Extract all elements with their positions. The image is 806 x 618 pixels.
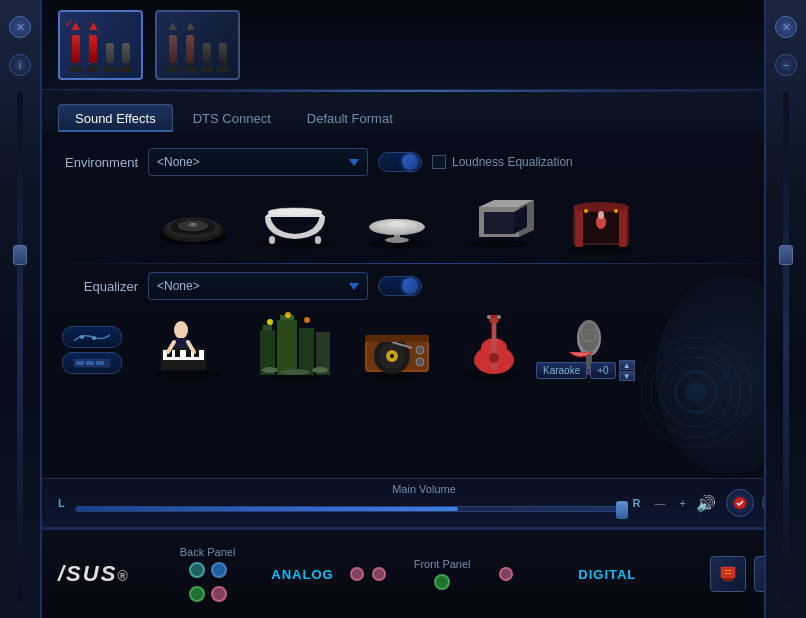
pin-4 <box>120 19 132 72</box>
section-divider <box>58 263 790 264</box>
effect-icon-room[interactable] <box>454 188 544 253</box>
right-minus-icon[interactable]: − <box>775 54 797 76</box>
svg-point-92 <box>489 353 499 363</box>
left-slider[interactable] <box>17 92 23 602</box>
karaoke-value: +0 <box>590 362 615 379</box>
karaoke-stepper[interactable]: ▲ ▼ <box>619 360 635 381</box>
environment-label: Environment <box>58 155 138 170</box>
connector-box-active[interactable]: ✓ ▲ ▲ <box>58 10 143 80</box>
environment-toggle[interactable] <box>378 152 422 172</box>
loudness-check[interactable]: Loudness Equalization <box>432 155 573 169</box>
svg-rect-62 <box>277 320 297 375</box>
pin-5: ▲ <box>166 18 180 72</box>
vol-speaker-icon: 🔊 <box>696 494 716 513</box>
svg-rect-64 <box>299 328 314 375</box>
tab-sound-effects[interactable]: Sound Effects <box>58 104 173 132</box>
svg-point-97 <box>579 320 599 352</box>
svg-rect-54 <box>175 350 180 357</box>
effect-icon-bath[interactable] <box>250 188 340 253</box>
tab-default-format[interactable]: Default Format <box>291 105 409 132</box>
svg-rect-55 <box>186 350 191 357</box>
svg-rect-16 <box>315 236 321 244</box>
effect-icon-concert[interactable] <box>250 312 340 377</box>
effect-icon-mic[interactable]: Karaoke +0 ▲ ▼ <box>546 312 616 377</box>
main-content: ✓ ▲ ▲ <box>42 0 806 618</box>
pin-2: ▲ <box>87 18 101 72</box>
back-panel-connectors-2 <box>189 586 227 602</box>
svg-point-41 <box>80 335 84 339</box>
back-panel-section: Back Panel <box>180 546 236 602</box>
tab-dts-connect[interactable]: DTS Connect <box>177 105 287 132</box>
header: ✓ ▲ ▲ <box>42 0 806 90</box>
connector-box-2[interactable]: ▲ ▲ <box>155 10 240 80</box>
back-connector-4[interactable] <box>211 586 227 602</box>
svg-point-11 <box>191 223 195 225</box>
info-icon[interactable]: i <box>9 54 31 76</box>
svg-point-66 <box>267 319 273 325</box>
svg-point-25 <box>469 240 529 248</box>
right-slider[interactable] <box>783 92 789 602</box>
right-close-icon[interactable]: ✕ <box>775 16 797 38</box>
equalizer-dropdown-arrow <box>349 283 359 290</box>
svg-point-93 <box>487 315 491 319</box>
eq-btn-2[interactable] <box>62 352 122 374</box>
svg-point-40 <box>614 209 618 213</box>
digital-label: DIGITAL <box>578 567 636 582</box>
vol-minus: — <box>655 497 666 509</box>
dj-svg <box>357 310 437 380</box>
analog-connector-1[interactable] <box>350 567 364 581</box>
left-sidebar: ✕ i <box>0 0 42 618</box>
equalizer-toggle[interactable] <box>378 276 422 296</box>
svg-point-68 <box>304 317 310 323</box>
karaoke-control: Karaoke +0 ▲ ▼ <box>536 360 616 381</box>
middle-connectors <box>499 567 513 581</box>
back-panel-connectors <box>189 562 227 578</box>
volume-track[interactable] <box>75 506 623 512</box>
back-connector-1[interactable] <box>189 562 205 578</box>
pin-arrow-4: ▲ <box>184 18 198 32</box>
environment-dropdown[interactable]: <None> <box>148 148 368 176</box>
environment-dropdown-arrow <box>349 159 359 166</box>
back-connector-2[interactable] <box>211 562 227 578</box>
volume-thumb[interactable] <box>616 501 628 519</box>
left-slider-thumb <box>13 245 27 265</box>
mid-connector-1[interactable] <box>499 567 513 581</box>
effect-icon-vinyl[interactable] <box>148 188 238 253</box>
effect-icon-dj[interactable] <box>352 312 442 377</box>
svg-point-24 <box>387 221 407 227</box>
speaker-rings <box>636 332 756 452</box>
svg-point-39 <box>584 209 588 213</box>
environment-icons-grid <box>148 188 790 253</box>
effect-icon-hall[interactable] <box>556 188 646 253</box>
vol-l-label: L <box>58 497 65 509</box>
svg-rect-45 <box>86 361 94 365</box>
bottom-btn-1[interactable] <box>710 556 746 592</box>
pin-8 <box>217 19 229 72</box>
right-slider-thumb <box>779 245 793 265</box>
svg-point-80 <box>416 358 424 366</box>
karaoke-increment[interactable]: ▲ <box>619 360 635 370</box>
svg-point-70 <box>280 369 310 375</box>
equalizer-dropdown[interactable]: <None> <box>148 272 368 300</box>
vol-r-label: R <box>633 497 641 509</box>
effect-icon-piano[interactable] <box>138 312 238 377</box>
analog-connector-2[interactable] <box>372 567 386 581</box>
karaoke-label: Karaoke <box>536 362 587 379</box>
pin-6: ▲ <box>184 18 198 72</box>
front-connector-1[interactable] <box>434 574 450 590</box>
close-icon[interactable]: ✕ <box>9 16 31 38</box>
eq-btn-1[interactable] <box>62 326 122 348</box>
back-panel-label: Back Panel <box>180 546 236 558</box>
loudness-checkbox[interactable] <box>432 155 446 169</box>
effect-icon-dish[interactable] <box>352 188 442 253</box>
vol-check-1[interactable] <box>726 489 754 517</box>
effect-icon-guitar[interactable] <box>454 312 534 377</box>
back-connector-3[interactable] <box>189 586 205 602</box>
svg-point-36 <box>573 202 629 212</box>
svg-point-71 <box>312 367 328 373</box>
svg-marker-29 <box>484 212 514 234</box>
pin-arrow-up-2: ▲ <box>87 18 101 32</box>
eq-buttons <box>62 326 122 374</box>
vol-plus: + <box>680 497 686 509</box>
karaoke-decrement[interactable]: ▼ <box>619 371 635 381</box>
